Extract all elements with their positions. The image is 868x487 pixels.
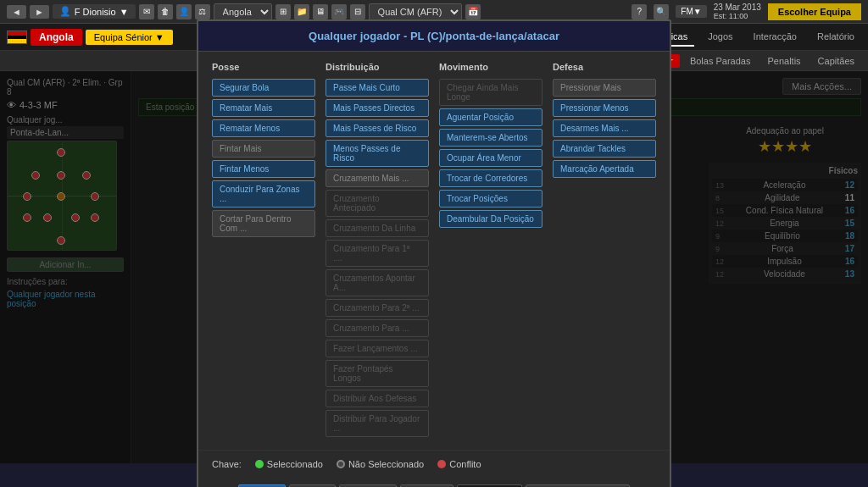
subnav-capitaes[interactable]: Capitães <box>811 54 861 68</box>
search-icon[interactable]: 🔍 <box>654 4 669 19</box>
modal-overlay: Qualquer jogador - PL (C)/ponta-de-lança… <box>0 71 868 463</box>
btn-deambular-posicao[interactable]: Deambular Da Posição <box>439 210 542 228</box>
tools-icon[interactable]: ⚖ <box>195 4 210 19</box>
modal-body: Posse Segurar Bola Rematar Mais Rematar … <box>198 52 670 450</box>
btn-marcacao-apertada[interactable]: Marcação Apertada <box>553 160 656 178</box>
cancel-button[interactable]: Cancelar <box>457 484 521 488</box>
btn-pressionar-menos[interactable]: Pressionar Menos <box>553 99 656 117</box>
legend-not-selected-dot <box>337 460 345 468</box>
modal-header: Qualquer jogador - PL (C)/ponta-de-lança… <box>198 21 670 52</box>
btn-trocar-posicoes[interactable]: Trocar Posições <box>439 190 542 208</box>
modal-title: Qualquer jogador - PL (C)/ponta-de-lança… <box>212 30 656 42</box>
calendar-icon[interactable]: 📅 <box>465 4 481 19</box>
btn-abrandar-tackles[interactable]: Abrandar Tackles <box>553 140 656 158</box>
btn-cruzamento-primeira: Cruzamento Para 1ª .... <box>326 240 429 267</box>
btn-conduzir-zonas[interactable]: Conduzir Para Zonas ... <box>212 180 315 208</box>
legend-not-selected: Não Seleccionado <box>337 459 424 469</box>
back-button[interactable]: Atrás <box>289 484 337 488</box>
manager-info: 👤 F Dionisio ▼ <box>53 4 136 19</box>
date-display: 23 Mar 2013 Est: 11:00 <box>714 3 761 20</box>
subnav-penaltis[interactable]: Penaltis <box>760 54 807 68</box>
delete-icon[interactable]: 🗑 <box>158 4 173 19</box>
btn-fazer-lancamentos: Fazer Lançamentos ... <box>326 340 429 357</box>
posse-column: Posse Segurar Bola Rematar Mais Rematar … <box>212 62 315 440</box>
legend-label: Chave: <box>212 459 242 469</box>
legend-conflict-label: Conflito <box>449 459 481 469</box>
btn-rematar-menos[interactable]: Rematar Menos <box>212 119 315 137</box>
btn-pressionar-mais[interactable]: Pressionar Mais <box>553 79 656 97</box>
manager-arrow: ▼ <box>120 7 129 17</box>
btn-cruzamento-para: Cruzamento Para ... <box>326 319 429 337</box>
btn-desarmes-mais[interactable]: Desarmes Mais ... <box>553 119 656 137</box>
btn-aguentar-posicao[interactable]: Aguentar Posição <box>439 108 542 126</box>
btn-cortar-dentro[interactable]: Cortar Para Dentro Com ... <box>212 210 315 237</box>
modal-legend: Chave: Seleccionado Não Seleccionado Con… <box>198 450 670 478</box>
nav-back-button[interactable]: ◄ <box>7 5 26 19</box>
distribuicao-column: Distribuição Passe Mais Curto Mais Passe… <box>326 62 429 440</box>
manager-name: F Dionisio <box>75 7 116 17</box>
btn-segurar-bola[interactable]: Segurar Bola <box>212 79 315 97</box>
modal-footer: ✓ Ok Atrás Inverter Limpar Cancelar Pré-… <box>198 478 670 488</box>
btn-rematar-mais[interactable]: Rematar Mais <box>212 99 315 117</box>
defesa-title: Defesa <box>553 62 656 72</box>
legend-selected: Seleccionado <box>255 459 323 469</box>
team-selector[interactable]: Equipa Sénior ▼ <box>86 30 173 45</box>
defesa-column: Defesa Pressionar Mais Pressionar Menos … <box>553 62 656 440</box>
movimento-title: Movimento <box>439 62 542 72</box>
top-icons: ✉ 🗑 👤 ⚖ <box>139 4 210 19</box>
btn-passes-risco[interactable]: Mais Passes de Risco <box>326 119 429 137</box>
tab-jogos[interactable]: Jogos <box>701 28 739 47</box>
main-content: Qual CM (AFR) · 2ª Elim. · Grp 8 👁 4-3-3… <box>0 71 868 463</box>
inbox-icon[interactable]: ✉ <box>139 4 154 19</box>
top-icons-right: ⊞ 📁 🖥 🎮 ⊟ <box>275 4 365 19</box>
tab-interaccao[interactable]: Interacção <box>747 28 804 47</box>
btn-fintar-menos[interactable]: Fintar Menos <box>212 160 315 178</box>
legend-not-selected-label: Não Seleccionado <box>348 459 424 469</box>
btn-cruzamento-mais[interactable]: Cruzamento Mais ... <box>326 169 429 187</box>
btn-cruzamentos-apontar: Cruzamentos Apontar A... <box>326 269 429 296</box>
team-badge: Angola <box>31 29 82 46</box>
btn-trocar-corredores[interactable]: Trocar de Corredores <box>439 169 542 187</box>
invert-button[interactable]: Inverter <box>339 484 396 488</box>
country-selector[interactable]: Angola <box>214 3 272 20</box>
predef-button[interactable]: Pré-definições... ▼ <box>526 484 630 488</box>
gamepad-icon[interactable]: 🎮 <box>331 4 347 19</box>
btn-cruzamento-linha: Cruzamento Da Linha <box>326 219 429 237</box>
monitor-icon[interactable]: 🖥 <box>313 4 328 19</box>
top-bar-right: ? 🔍 FM▼ 23 Mar 2013 Est: 11:00 Escolher … <box>632 3 861 20</box>
fm-badge: FM▼ <box>676 5 706 18</box>
btn-fintar-mais[interactable]: Fintar Mais <box>212 140 315 158</box>
clear-button[interactable]: Limpar <box>400 484 454 488</box>
help-icon[interactable]: ? <box>632 4 647 19</box>
btn-passes-directos[interactable]: Mais Passes Directos <box>326 99 429 117</box>
posse-title: Posse <box>212 62 315 72</box>
subnav-bolasparadas[interactable]: Bolas Paradas <box>683 54 758 68</box>
btn-distribuir-defesas: Distribuir Aos Defesas <box>326 390 429 407</box>
legend-selected-dot <box>255 460 264 468</box>
folder-icon[interactable]: 📁 <box>294 4 309 19</box>
btn-manterem-abertos[interactable]: Manterem-se Abertos <box>439 129 542 147</box>
btn-passe-curto[interactable]: Passe Mais Curto <box>326 79 429 97</box>
btn-chegar-longe: Chegar Ainda Mais Longe <box>439 79 542 106</box>
distribuicao-title: Distribuição <box>326 62 429 72</box>
legend-selected-label: Seleccionado <box>267 459 323 469</box>
grid-icon[interactable]: ⊞ <box>275 4 291 19</box>
btn-fazer-pontapes: Fazer Pontapés Longos <box>326 360 429 387</box>
btn-ocupar-area[interactable]: Ocupar Área Menor <box>439 149 542 167</box>
top-bar-left: ◄ ► 👤 F Dionisio ▼ ✉ 🗑 👤 ⚖ Angola ⊞ 📁 🖥 … <box>7 3 626 20</box>
nav-forward-button[interactable]: ► <box>30 5 49 19</box>
tab-relatorio[interactable]: Relatório <box>810 28 861 47</box>
btn-distribuir-jogador: Distribuir Para Jogador ... <box>326 410 429 437</box>
angola-flag <box>7 30 27 44</box>
qual-selector[interactable]: Qual CM (AFR) <box>369 3 462 20</box>
ok-button[interactable]: ✓ Ok <box>238 484 286 488</box>
btn-menos-passes-risco[interactable]: Menos Passes de Risco <box>326 140 429 167</box>
manager-icon: 👤 <box>59 6 71 17</box>
grid2-icon[interactable]: ⊟ <box>350 4 365 19</box>
btn-cruzamento-segunda: Cruzamento Para 2ª ... <box>326 299 429 317</box>
choose-team-button[interactable]: Escolher Equipa <box>768 3 861 20</box>
legend-conflict-dot <box>437 460 446 468</box>
profile-icon[interactable]: 👤 <box>176 4 192 19</box>
legend-conflict: Conflito <box>437 459 481 469</box>
movimento-column: Movimento Chegar Ainda Mais Longe Aguent… <box>439 62 542 440</box>
